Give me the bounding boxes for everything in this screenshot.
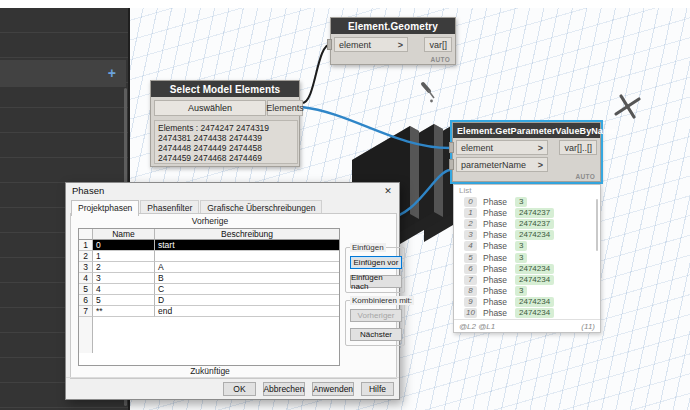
input-port[interactable] (449, 142, 454, 153)
node-title[interactable]: Select Model Elements (151, 81, 299, 97)
column-header-beschreibung[interactable]: Beschreibung (155, 229, 339, 240)
list-value-badge: 2474237 (515, 208, 554, 218)
sidebar-selected-row[interactable]: + (0, 60, 126, 87)
list-index-badge: 4 (464, 241, 477, 251)
list-value-badge: 2474237 (515, 219, 554, 229)
row-number-cell[interactable]: 3 (79, 262, 93, 273)
select-button[interactable]: Auswählen (154, 100, 266, 116)
abbrechen-button[interactable]: Abbrechen (263, 382, 305, 396)
list-index-badge: 0 (464, 197, 477, 207)
phase-name-cell[interactable]: 2 (93, 262, 155, 273)
node-select-model-elements[interactable]: Select Model Elements Auswählen Elements… (150, 80, 300, 167)
list-value-badge: 2474234 (515, 275, 554, 285)
list-item[interactable]: 4Phase3 (454, 241, 600, 252)
list-index-badge: 2 (464, 219, 477, 229)
row-number-cell[interactable]: 5 (79, 284, 93, 295)
phase-description-cell[interactable]: B (155, 273, 339, 284)
node-get-parameter-value-by-name[interactable]: Element.GetParameterValueByName element … (452, 122, 601, 182)
list-value-badge: 3 (515, 253, 527, 263)
node-preview-bubble[interactable]: List 0Phase31Phase24742372Phase24742373P… (453, 184, 601, 333)
row-number-cell[interactable]: 7 (79, 306, 93, 317)
phase-name-cell[interactable]: ** (93, 306, 155, 317)
phases-table[interactable]: NameBeschreibung10start2132A43B54C65D7**… (78, 228, 340, 366)
list-item[interactable]: 2Phase2474237 (454, 218, 600, 229)
port-var-out[interactable]: var[] (424, 37, 452, 52)
table-header-row: NameBeschreibung (79, 229, 339, 240)
n-chster-button[interactable]: Nächster (350, 328, 402, 341)
phase-description-cell[interactable]: end (155, 306, 339, 317)
list-index-badge: 3 (464, 230, 477, 240)
list-item[interactable]: 5Phase3 (454, 252, 600, 263)
list-key-label: Phase (483, 297, 515, 307)
row-number-cell[interactable]: 6 (79, 295, 93, 306)
hilfe-button[interactable]: Hilfe (361, 382, 394, 396)
table-row[interactable]: 54C (79, 284, 339, 295)
table-row[interactable]: 65D (79, 295, 339, 306)
port-element[interactable]: element > (456, 140, 548, 155)
table-row[interactable]: 21 (79, 251, 339, 262)
list-item[interactable]: 9Phase2474234 (454, 297, 600, 308)
list-item[interactable]: 6Phase2474234 (454, 263, 600, 274)
phase-description-cell[interactable]: D (155, 295, 339, 306)
plus-icon[interactable]: + (108, 66, 116, 80)
table-corner-cell (79, 229, 93, 240)
eyedropper-icon (423, 84, 434, 102)
table-empty-column (79, 317, 93, 353)
list-item[interactable]: 8Phase3 (454, 286, 600, 297)
list-index-badge: 8 (464, 286, 477, 296)
table-row[interactable]: 7**end (79, 306, 339, 317)
einf-gen-vor-button[interactable]: Einfügen vor (350, 256, 402, 269)
node-title[interactable]: Element.GetParameterValueByName (453, 123, 600, 138)
list-item[interactable]: 1Phase2474237 (454, 207, 600, 218)
phase-description-cell[interactable]: A (155, 262, 339, 273)
list-index-badge: 10 (464, 308, 477, 318)
tab-projektphasen[interactable]: Projektphasen (71, 200, 139, 216)
phase-description-cell[interactable] (155, 251, 339, 262)
phase-description-cell[interactable]: C (155, 284, 339, 295)
list-index-badge: 6 (464, 264, 477, 274)
section-label-vorherige: Vorherige (71, 216, 349, 226)
result-line: 2474448 2474449 2474458 (158, 143, 294, 153)
phase-name-cell[interactable]: 3 (93, 273, 155, 284)
table-row[interactable]: 43B (79, 273, 339, 284)
phasen-dialog[interactable]: Phasen ✕ ProjektphasenPhasenfilterGrafis… (65, 182, 400, 400)
port-element[interactable]: element > (334, 37, 408, 52)
table-row[interactable]: 32A (79, 262, 339, 273)
list-value-badge: 2474234 (515, 308, 554, 318)
ok-button[interactable]: OK (223, 382, 256, 396)
phase-name-cell[interactable]: 0 (93, 240, 155, 251)
input-port[interactable] (327, 39, 332, 50)
input-port[interactable] (449, 159, 454, 170)
node-title[interactable]: Element.Geometry (331, 18, 455, 34)
port-parameter-name[interactable]: parameterName > (456, 157, 548, 172)
phase-description-cell[interactable]: start (155, 240, 339, 251)
lacing-badge[interactable]: AUTO (576, 173, 596, 180)
table-row[interactable]: 10start (79, 240, 339, 251)
lacing-badge[interactable]: AUTO (431, 56, 451, 63)
phase-name-cell[interactable]: 1 (93, 251, 155, 262)
list-item[interactable]: 7Phase2474234 (454, 274, 600, 285)
port-label: element (339, 40, 371, 50)
port-label: element (461, 143, 493, 153)
group-kombinieren: Kombinieren mit: VorherigerNächster (345, 300, 405, 346)
list-item[interactable]: 10Phase2474234 (454, 308, 600, 319)
port-var-out[interactable]: var[]..[] (559, 140, 597, 155)
phase-name-cell[interactable]: 4 (93, 284, 155, 295)
wire-elements-to-geometry[interactable] (302, 44, 331, 103)
preview-scrollbar[interactable] (596, 199, 598, 251)
node-element-geometry[interactable]: Element.Geometry element > var[] AUTO (330, 17, 456, 65)
einf-gen-nach-button[interactable]: Einfügen nach (350, 275, 402, 288)
port-elements-out[interactable]: Elements (267, 100, 303, 116)
list-key-label: Phase (483, 264, 515, 274)
phase-name-cell[interactable]: 5 (93, 295, 155, 306)
close-icon[interactable]: ✕ (381, 184, 395, 197)
list-item[interactable]: 0Phase3 (454, 196, 600, 207)
column-header-name[interactable]: Name (93, 229, 155, 240)
row-number-cell[interactable]: 4 (79, 273, 93, 284)
list-item[interactable]: 3Phase2474234 (454, 230, 600, 241)
row-number-cell[interactable]: 2 (79, 251, 93, 262)
anwenden-button[interactable]: Anwenden (312, 382, 354, 396)
row-number-cell[interactable]: 1 (79, 240, 93, 251)
list-index-badge: 5 (464, 253, 477, 263)
result-line: 2474459 2474468 2474469 (158, 153, 294, 163)
